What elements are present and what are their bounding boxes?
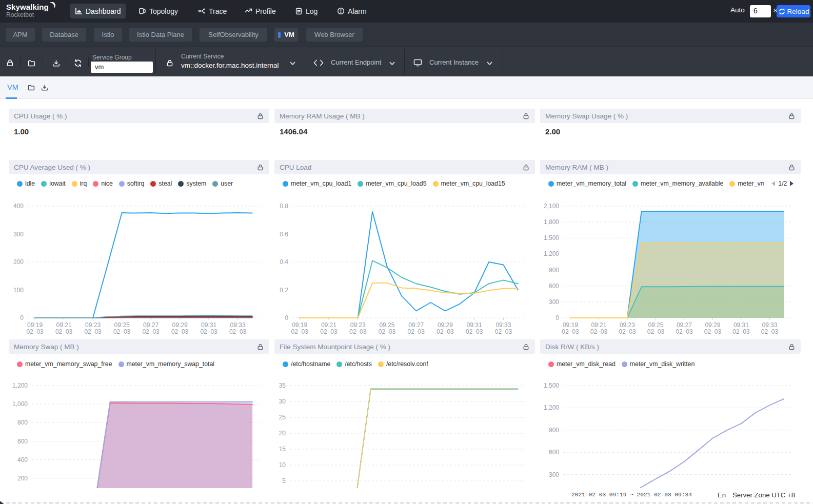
svg-text:09:29: 09:29 [172,321,188,329]
svg-text:09:19: 09:19 [292,321,307,329]
svg-text:300: 300 [549,471,559,478]
svg-text:0.4: 0.4 [280,258,288,266]
svg-text:1,800: 1,800 [544,218,559,226]
svg-text:300: 300 [13,231,24,238]
svg-text:09:19: 09:19 [27,321,43,329]
svg-text:5: 5 [282,477,286,485]
svg-text:900: 900 [549,267,559,274]
svg-text:02–03: 02–03 [647,328,665,335]
svg-text:800: 800 [17,419,28,426]
svg-text:02–03: 02–03 [379,328,396,335]
svg-text:35: 35 [279,382,286,389]
svg-text:02–03: 02–03 [55,328,73,335]
svg-text:02–03: 02–03 [408,328,425,335]
svg-text:02–03: 02–03 [619,328,636,335]
svg-text:0: 0 [20,314,24,321]
svg-text:30: 30 [279,398,286,405]
svg-text:600: 600 [549,283,559,290]
svg-text:02–03: 02–03 [113,328,131,335]
svg-text:09:27: 09:27 [677,321,692,329]
svg-text:09:21: 09:21 [56,321,72,329]
svg-text:09:33: 09:33 [762,321,777,329]
svg-text:02–03: 02–03 [291,328,309,335]
svg-text:09:29: 09:29 [705,321,720,329]
svg-text:600: 600 [549,449,559,456]
svg-text:09:27: 09:27 [408,321,424,329]
svg-text:200: 200 [17,475,28,482]
svg-text:1,200: 1,200 [544,404,559,411]
svg-text:100: 100 [13,287,24,294]
svg-text:02–03: 02–03 [26,328,44,335]
svg-text:09:19: 09:19 [563,321,578,329]
svg-text:09:25: 09:25 [114,321,130,329]
svg-text:02–03: 02–03 [437,328,454,335]
svg-text:09:31: 09:31 [467,321,482,329]
svg-text:09:21: 09:21 [591,321,606,329]
svg-text:300: 300 [549,298,559,306]
svg-text:02–03: 02–03 [84,328,102,335]
svg-text:09:25: 09:25 [379,321,394,329]
svg-text:02–03: 02–03 [171,328,189,335]
svg-text:02–03: 02–03 [676,328,693,335]
svg-text:09:25: 09:25 [648,321,663,329]
svg-text:09:23: 09:23 [620,321,635,329]
svg-text:400: 400 [13,203,24,210]
svg-text:09:31: 09:31 [201,321,216,329]
svg-text:1,500: 1,500 [544,234,559,241]
svg-text:25: 25 [279,414,286,421]
svg-text:02–03: 02–03 [320,328,338,335]
svg-text:1,000: 1,000 [12,400,28,408]
svg-text:400: 400 [17,456,28,463]
svg-text:09:33: 09:33 [230,321,246,329]
svg-text:15: 15 [279,446,286,453]
svg-text:02–03: 02–03 [704,328,722,335]
svg-text:0: 0 [285,314,288,321]
svg-text:02–03: 02–03 [142,328,160,335]
svg-text:600: 600 [17,438,28,445]
svg-text:0.2: 0.2 [280,287,288,294]
svg-text:02–03: 02–03 [200,328,217,335]
svg-text:0.8: 0.8 [280,203,288,210]
svg-text:02–03: 02–03 [495,328,512,335]
svg-text:02–03: 02–03 [349,328,367,335]
svg-text:02–03: 02–03 [761,328,779,335]
svg-text:0: 0 [556,314,559,321]
svg-text:200: 200 [13,258,24,266]
svg-text:09:29: 09:29 [438,321,453,329]
svg-text:09:23: 09:23 [350,321,366,329]
svg-text:1,200: 1,200 [544,250,559,257]
svg-text:09:31: 09:31 [733,321,749,329]
svg-text:02–03: 02–03 [732,328,750,335]
svg-text:02–03: 02–03 [466,328,483,335]
svg-text:0.6: 0.6 [280,231,288,238]
svg-text:1,500: 1,500 [544,382,559,389]
svg-text:09:21: 09:21 [321,321,336,329]
svg-text:09:33: 09:33 [495,321,511,329]
svg-text:10: 10 [279,461,286,469]
svg-text:02–03: 02–03 [590,328,608,335]
svg-text:02–03: 02–03 [562,328,579,335]
svg-text:20: 20 [279,430,286,437]
svg-text:09:27: 09:27 [143,321,158,329]
svg-text:1,200: 1,200 [12,382,28,389]
svg-text:02–03: 02–03 [229,328,247,335]
svg-text:2,100: 2,100 [544,203,559,210]
svg-text:900: 900 [549,427,559,434]
svg-text:09:23: 09:23 [85,321,101,329]
